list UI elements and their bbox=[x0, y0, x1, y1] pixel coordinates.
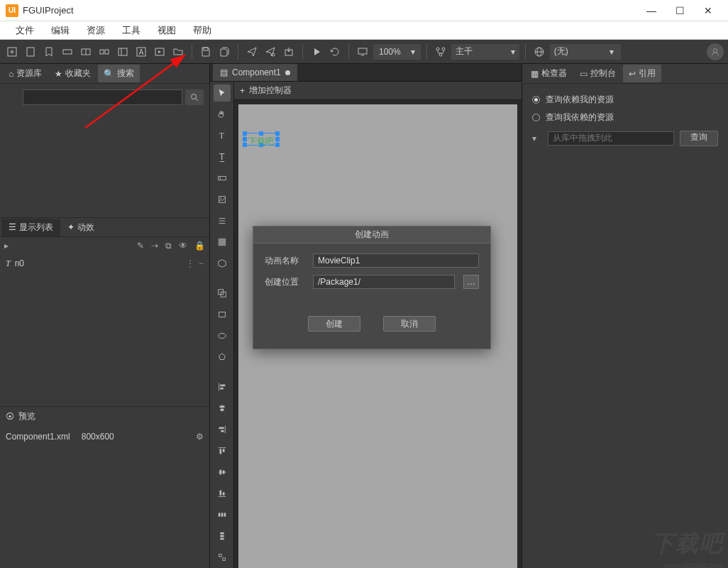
menu-view[interactable]: 视图 bbox=[149, 24, 184, 37]
main-toolbar: A 100% ▾ 主干 ▾ (无) ▾ bbox=[0, 40, 728, 64]
create-animation-dialog: 创建动画 动画名称 创建位置 … 创建 取消 bbox=[253, 226, 491, 349]
search-button[interactable] bbox=[185, 89, 204, 105]
align-right-icon[interactable] bbox=[214, 421, 231, 438]
menu-tool[interactable]: 工具 bbox=[114, 24, 149, 37]
canvas-text-element[interactable]: 下载吧 bbox=[246, 134, 277, 149]
save-all-icon[interactable] bbox=[216, 44, 232, 60]
rect-tool-icon[interactable] bbox=[214, 306, 231, 323]
align-center-icon[interactable] bbox=[214, 400, 231, 417]
panel2-icon[interactable] bbox=[78, 44, 94, 60]
send2-icon[interactable] bbox=[263, 44, 278, 60]
menu-edit[interactable]: 编辑 bbox=[43, 24, 78, 37]
maximize-button[interactable]: ☐ bbox=[666, 1, 694, 21]
tab-inspector[interactable]: ▦检查器 bbox=[525, 65, 573, 82]
doc-icon[interactable] bbox=[23, 44, 38, 60]
play-icon[interactable] bbox=[309, 44, 324, 60]
modified-indicator bbox=[285, 70, 290, 75]
cancel-button[interactable]: 取消 bbox=[383, 316, 436, 332]
add-controller-button[interactable]: 增加控制器 bbox=[249, 84, 292, 97]
align-bottom-icon[interactable] bbox=[214, 485, 231, 502]
align-top-icon[interactable] bbox=[214, 442, 231, 459]
preview-area bbox=[0, 447, 209, 568]
refresh-icon[interactable] bbox=[327, 44, 343, 60]
create-path-input[interactable] bbox=[313, 275, 455, 289]
richtext-tool-icon[interactable]: T̲ bbox=[214, 148, 231, 165]
ellipse-tool-icon[interactable] bbox=[214, 327, 231, 344]
copy-icon[interactable]: ⧉ bbox=[165, 241, 172, 251]
menu-resource[interactable]: 资源 bbox=[78, 24, 114, 37]
tab-effects[interactable]: ✦动效 bbox=[60, 219, 101, 236]
edit-icon[interactable]: ✎ bbox=[137, 241, 144, 251]
display-icon[interactable] bbox=[355, 44, 370, 60]
group-tool-icon[interactable] bbox=[214, 285, 231, 302]
loader-tool-icon[interactable] bbox=[214, 234, 231, 251]
same-width-icon[interactable] bbox=[214, 549, 231, 566]
distribute-h-icon[interactable] bbox=[214, 506, 231, 523]
panel1-icon[interactable] bbox=[60, 44, 75, 60]
minimize-button[interactable]: — bbox=[637, 1, 666, 21]
folder-icon[interactable] bbox=[170, 44, 186, 60]
document-tab[interactable]: ▤ Component1 bbox=[213, 64, 297, 81]
animation-name-input[interactable] bbox=[313, 253, 479, 268]
export-icon[interactable] bbox=[281, 44, 297, 60]
tab-search[interactable]: 🔍搜索 bbox=[98, 65, 140, 82]
drag-target-input[interactable]: 从库中拖拽到此 bbox=[548, 131, 674, 146]
hand-tool-icon[interactable] bbox=[214, 106, 231, 123]
menu-file[interactable]: 文件 bbox=[7, 24, 43, 37]
bookmark-icon[interactable] bbox=[41, 44, 57, 60]
zoom-selector[interactable]: 100% ▾ bbox=[373, 44, 421, 60]
svg-text:A: A bbox=[139, 48, 144, 56]
chevron-down-icon[interactable]: ▾ bbox=[532, 133, 542, 143]
font-icon[interactable]: A bbox=[133, 44, 149, 60]
menu-bar: 文件 编辑 资源 工具 视图 帮助 bbox=[0, 21, 728, 40]
inspect-icon: ▦ bbox=[531, 69, 539, 79]
tab-favorites[interactable]: ★收藏夹 bbox=[49, 65, 96, 82]
browse-button[interactable]: … bbox=[463, 275, 479, 289]
watermark: 下载吧 bbox=[651, 528, 724, 559]
search-input[interactable] bbox=[23, 89, 182, 105]
movie-icon[interactable] bbox=[152, 44, 167, 60]
radio-i-depend-on[interactable]: 查询我依赖的资源 bbox=[532, 109, 718, 126]
save-icon[interactable] bbox=[198, 44, 214, 60]
input-tool-icon[interactable] bbox=[214, 170, 231, 187]
polygon-tool-icon[interactable] bbox=[214, 349, 231, 366]
pointer-tool-icon[interactable] bbox=[214, 84, 231, 102]
distribute-v-icon[interactable] bbox=[214, 528, 231, 545]
text-tool-icon[interactable]: T bbox=[214, 127, 231, 144]
list-tool-icon[interactable] bbox=[214, 212, 231, 229]
send-icon[interactable] bbox=[244, 44, 260, 60]
language-selector[interactable]: (无) ▾ bbox=[550, 44, 621, 60]
chevron-right-icon[interactable]: ▸ bbox=[4, 241, 9, 251]
radio-depends-on-me[interactable]: 查询依赖我的资源 bbox=[532, 91, 718, 109]
svg-point-37 bbox=[218, 334, 226, 339]
branch-selector[interactable]: 主干 ▾ bbox=[451, 44, 519, 60]
zoom-value: 100% bbox=[379, 47, 401, 57]
tab-reference[interactable]: ↩引用 bbox=[623, 65, 661, 82]
resource-tree[interactable] bbox=[0, 111, 209, 217]
graph-tool-icon[interactable] bbox=[214, 191, 231, 208]
eye-icon[interactable]: 👁 bbox=[179, 241, 187, 251]
user-avatar[interactable] bbox=[707, 43, 724, 60]
new-doc-icon[interactable] bbox=[4, 44, 20, 60]
align-left-icon[interactable] bbox=[214, 378, 231, 395]
branch-icon[interactable] bbox=[433, 44, 448, 60]
lock-icon[interactable]: 🔒 bbox=[194, 241, 205, 251]
tab-library[interactable]: ⌂资源库 bbox=[3, 65, 48, 82]
menu-help[interactable]: 帮助 bbox=[184, 24, 220, 37]
close-button[interactable]: ✕ bbox=[694, 1, 722, 21]
align-middle-icon[interactable] bbox=[214, 464, 231, 481]
chevron-down-icon: ▾ bbox=[511, 47, 515, 57]
globe-icon[interactable] bbox=[531, 44, 547, 60]
tab-console[interactable]: ▭控制台 bbox=[574, 65, 622, 82]
link-icon[interactable]: ⇢ bbox=[151, 241, 158, 251]
gear-icon[interactable]: ⚙ bbox=[196, 432, 204, 442]
loader3d-tool-icon[interactable] bbox=[214, 255, 231, 272]
panel3-icon[interactable] bbox=[96, 44, 112, 60]
svg-line-25 bbox=[196, 99, 199, 102]
tab-display-list[interactable]: ☰显示列表 bbox=[1, 219, 60, 236]
create-button[interactable]: 创建 bbox=[308, 316, 360, 332]
panel4-icon[interactable] bbox=[115, 44, 131, 60]
list-item[interactable]: T n0 ⋮− bbox=[0, 254, 209, 273]
app-logo: UI bbox=[6, 4, 18, 17]
query-button[interactable]: 查询 bbox=[680, 131, 718, 146]
